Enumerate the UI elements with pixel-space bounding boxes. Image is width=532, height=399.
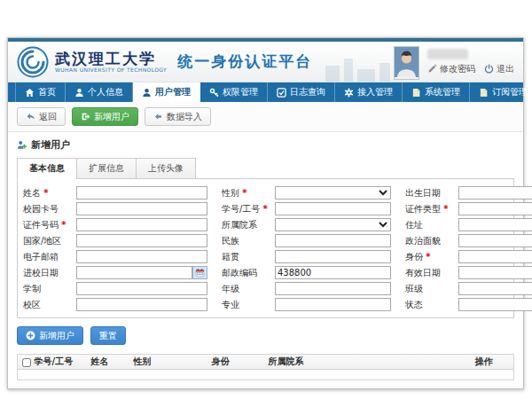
field-label-native-place: 籍贯	[222, 251, 275, 263]
student-staff-no-input[interactable]	[275, 202, 391, 215]
campus-input[interactable]	[76, 298, 207, 311]
nav-item-log-query[interactable]: 日志查询	[268, 82, 335, 102]
form-field-id-number: 证件号码 *	[23, 218, 207, 231]
campus-card-no-input[interactable]	[76, 202, 207, 215]
enter-icon	[81, 112, 90, 121]
form-field-id-type: 证件类型 *	[405, 202, 532, 215]
column-header: 所属院系	[266, 355, 473, 370]
add-user-icon	[17, 140, 27, 150]
country-region-input[interactable]	[76, 234, 207, 247]
id-number-input[interactable]	[76, 218, 207, 231]
required-asterisk: *	[61, 220, 66, 230]
postal-code-input[interactable]	[275, 266, 391, 279]
field-label-status: 状态	[405, 299, 458, 311]
form-field-campus-card-no: 校园卡号	[23, 202, 207, 215]
gear-icon	[344, 88, 354, 98]
class-input[interactable]	[458, 282, 532, 295]
toolbar: 返回 新增用户 数据导入	[8, 102, 523, 132]
form-field-major: 专业	[222, 298, 391, 311]
data-import-button[interactable]: 数据导入	[145, 107, 211, 126]
select-all-checkbox[interactable]	[22, 358, 31, 367]
form-field-study-duration: 学制	[23, 282, 207, 295]
form-field-enroll-date: 进校日期	[23, 266, 207, 279]
identity-input[interactable]	[458, 250, 532, 263]
submit-new-user-button[interactable]: 新增用户	[17, 326, 83, 345]
back-icon	[26, 112, 35, 121]
university-logo-icon	[17, 46, 49, 78]
form-field-address: 住址	[405, 218, 532, 231]
required-asterisk: *	[443, 204, 448, 214]
tab-basic-info[interactable]: 基本信息	[17, 158, 76, 180]
native-place-input[interactable]	[275, 250, 391, 263]
required-asterisk: *	[426, 252, 430, 262]
email-input[interactable]	[76, 250, 207, 263]
gender-select[interactable]	[275, 186, 391, 200]
status-input[interactable]	[458, 298, 532, 311]
ethnicity-input[interactable]	[275, 234, 391, 247]
field-label-study-duration: 学制	[23, 283, 76, 295]
nav-item-permission-management[interactable]: 权限管理	[200, 82, 268, 102]
content-area: 新增用户 基本信息扩展信息上传头像 姓名 *性别 *出生日期 校园卡号 学号/工…	[8, 132, 523, 388]
logout-link[interactable]: 退出	[484, 63, 514, 75]
enroll-date-field	[76, 266, 207, 279]
id-type-input[interactable]	[458, 202, 532, 215]
logout-label: 退出	[497, 63, 514, 75]
users-table: 学号/工号姓名性别身份所属院系操作	[17, 354, 514, 380]
field-label-campus-card-no: 校园卡号	[23, 203, 76, 215]
field-label-campus: 校区	[23, 299, 76, 311]
nav-item-home[interactable]: 首页	[15, 82, 66, 102]
field-label-identity: 身份 *	[405, 251, 458, 263]
field-label-postal-code: 邮政编码	[222, 267, 275, 279]
app-window: 武汉理工大学 WUHAN UNIVERSITY OF TECHNOLOGY 统一…	[7, 37, 524, 389]
form-field-political-status: 政治面貌	[405, 234, 532, 247]
field-label-enroll-date: 进校日期	[23, 267, 76, 279]
column-header: 身份	[209, 355, 266, 370]
university-name-en: WUHAN UNIVERSITY OF TECHNOLOGY	[55, 66, 167, 73]
reset-button[interactable]: 重置	[90, 326, 126, 345]
form-field-name: 姓名 *	[23, 186, 207, 200]
field-label-address: 住址	[405, 219, 458, 231]
pencil-icon	[427, 64, 437, 74]
major-input[interactable]	[275, 298, 391, 311]
column-header: 学号/工号	[32, 355, 89, 370]
grade-input[interactable]	[275, 282, 391, 295]
nav-item-access-management[interactable]: 接入管理	[335, 82, 403, 102]
study-duration-input[interactable]	[76, 282, 207, 295]
tab-upload-avatar[interactable]: 上传头像	[136, 158, 196, 179]
nav-item-subscription-management[interactable]: 订阅管理	[470, 82, 532, 102]
book-icon	[411, 88, 421, 98]
name-input[interactable]	[76, 186, 207, 200]
header-watermark	[325, 59, 390, 82]
birth-date-input[interactable]	[458, 186, 532, 200]
back-button[interactable]: 返回	[17, 107, 66, 126]
political-status-input[interactable]	[458, 234, 532, 247]
main-nav: 首页个人信息用户管理权限管理日志查询接入管理系统管理订阅管理	[8, 82, 523, 102]
nav-item-system-management[interactable]: 系统管理	[403, 82, 470, 102]
department-select[interactable]	[275, 218, 391, 231]
key-icon	[209, 88, 219, 98]
checklist-icon	[277, 88, 286, 98]
valid-date-input[interactable]	[458, 266, 532, 279]
platform-title: 统一身份认证平台	[177, 51, 312, 72]
new-user-toolbar-button[interactable]: 新增用户	[72, 107, 138, 126]
enroll-date-input[interactable]	[76, 266, 192, 279]
nav-item-label: 接入管理	[357, 86, 393, 98]
form-field-student-staff-no: 学号/工号 *	[222, 202, 391, 215]
tab-extended-info[interactable]: 扩展信息	[76, 158, 136, 179]
reset-label: 重置	[99, 330, 117, 342]
form-field-gender: 性别 *	[222, 186, 391, 200]
data-import-label: 数据导入	[167, 111, 202, 123]
calendar-icon[interactable]	[192, 266, 207, 279]
address-input[interactable]	[458, 218, 532, 231]
form-field-valid-date: 有效日期	[405, 266, 532, 279]
field-label-major: 专业	[222, 299, 275, 311]
field-label-gender: 性别 *	[222, 187, 275, 200]
required-asterisk: *	[43, 188, 48, 198]
form-actions: 新增用户 重置	[17, 326, 514, 345]
field-label-country-region: 国家/地区	[23, 235, 76, 247]
nav-item-user-management[interactable]: 用户管理	[133, 82, 200, 102]
form-field-native-place: 籍贯	[222, 250, 391, 263]
nav-item-personal-info[interactable]: 个人信息	[66, 82, 133, 102]
change-password-link[interactable]: 修改密码	[427, 63, 475, 75]
form-field-campus: 校区	[23, 298, 207, 311]
